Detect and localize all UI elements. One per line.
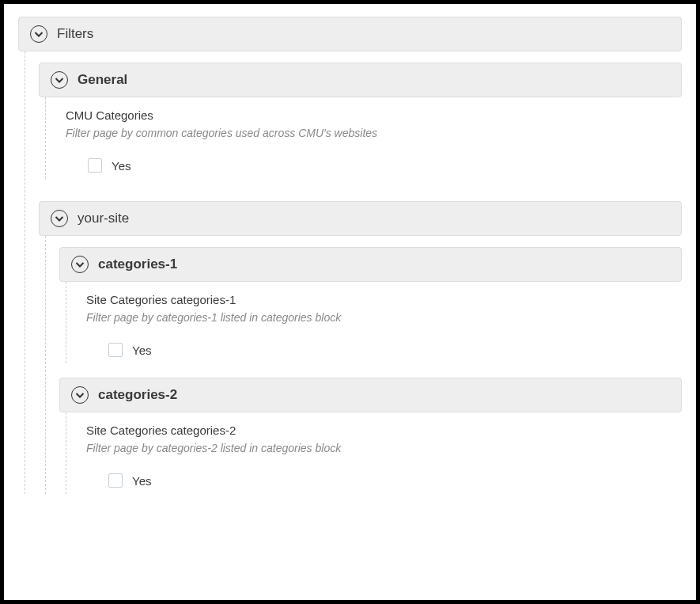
field-label: CMU Categories: [66, 108, 675, 122]
categories-1-title: categories-1: [98, 256, 177, 272]
categories-2-header[interactable]: categories-2: [59, 378, 682, 412]
checkbox-row: Yes: [86, 343, 675, 357]
filters-header[interactable]: Filters: [18, 17, 682, 51]
chevron-down-icon: [51, 210, 68, 227]
cmu-categories-checkbox[interactable]: [88, 158, 102, 173]
checkbox-label: Yes: [132, 344, 151, 357]
field-label: Site Categories categories-1: [86, 293, 675, 306]
filters-title: Filters: [57, 26, 93, 42]
categories-2-field: Site Categories categories-2 Filter page…: [80, 412, 682, 494]
chevron-down-icon: [30, 25, 47, 43]
checkbox-label: Yes: [112, 159, 131, 173]
categories-1-checkbox[interactable]: [108, 343, 123, 357]
categories-1-field: Site Categories categories-1 Filter page…: [80, 282, 682, 363]
filters-body: General CMU Categories Filter page by co…: [18, 51, 682, 494]
cmu-categories-field: CMU Categories Filter page by common cat…: [59, 97, 682, 179]
categories-2-body: Site Categories categories-2 Filter page…: [59, 412, 682, 494]
categories-2-title: categories-2: [98, 387, 177, 403]
field-label: Site Categories categories-2: [86, 424, 675, 437]
checkbox-row: Yes: [66, 158, 675, 173]
your-site-header[interactable]: your-site: [39, 201, 682, 236]
field-help: Filter page by categories-1 listed in ca…: [86, 311, 675, 324]
field-help: Filter page by common categories used ac…: [66, 127, 675, 139]
chevron-down-icon: [51, 71, 68, 89]
general-body: CMU Categories Filter page by common cat…: [39, 97, 682, 179]
chevron-down-icon: [71, 256, 89, 273]
checkbox-row: Yes: [86, 473, 675, 488]
general-title: General: [78, 72, 127, 88]
general-header[interactable]: General: [39, 63, 682, 97]
categories-1-header[interactable]: categories-1: [59, 247, 682, 282]
your-site-body: categories-1 Site Categories categories-…: [39, 236, 682, 494]
categories-2-checkbox[interactable]: [108, 473, 123, 488]
chevron-down-icon: [71, 386, 89, 404]
checkbox-label: Yes: [132, 474, 151, 488]
field-help: Filter page by categories-2 listed in ca…: [86, 442, 675, 454]
categories-1-body: Site Categories categories-1 Filter page…: [59, 282, 682, 363]
your-site-title: your-site: [78, 211, 129, 226]
frame: Filters General CMU Categories Filter pa…: [0, 0, 700, 604]
